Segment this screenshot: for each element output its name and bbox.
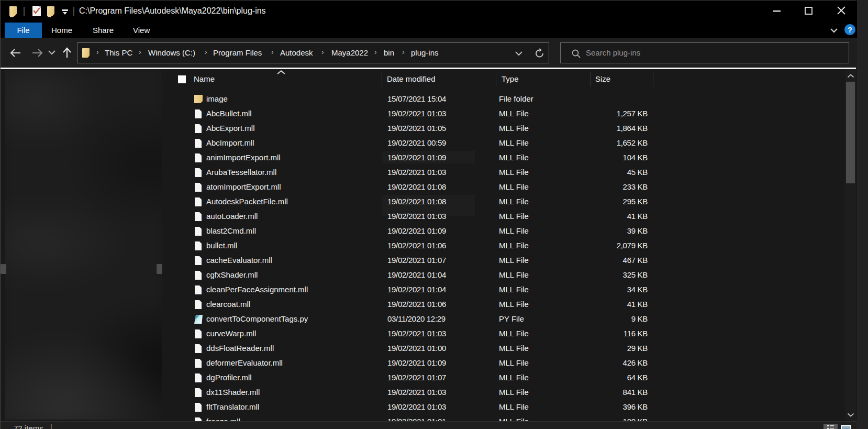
svg-text:?: ? bbox=[848, 26, 852, 34]
